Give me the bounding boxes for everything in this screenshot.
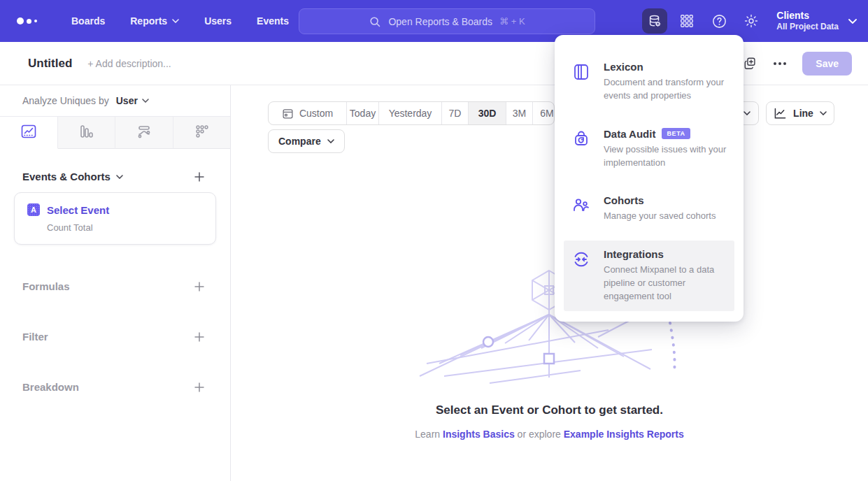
metric-grid-icon	[193, 123, 210, 143]
example-reports-link[interactable]: Example Insights Reports	[564, 429, 684, 440]
analyze-label: Analyze Uniques by	[22, 95, 109, 106]
line-chart-icon	[774, 108, 787, 120]
tab-stacked-chart[interactable]	[115, 117, 173, 149]
duplicate-report-icon[interactable]	[744, 57, 757, 71]
save-button[interactable]: Save	[802, 52, 852, 76]
menu-item-description: Connect Mixpanel to a data pipeline or c…	[604, 264, 727, 303]
global-search-input[interactable]: Open Reports & Boards ⌘ + K	[299, 8, 595, 34]
data-audit-icon	[571, 128, 592, 170]
search-icon	[369, 15, 381, 28]
more-options-icon[interactable]	[773, 62, 787, 66]
mixpanel-logo[interactable]	[17, 17, 45, 24]
search-placeholder: Open Reports & Boards	[388, 16, 492, 27]
chart-type-dropdown[interactable]: Line	[766, 101, 834, 125]
chevron-down-icon	[820, 111, 827, 115]
filter-section-label: Filter	[22, 331, 48, 343]
menu-item-lexicon[interactable]: Lexicon Document and transform your even…	[564, 53, 734, 110]
chevron-down-icon	[142, 99, 149, 103]
nav-reports[interactable]: Reports	[120, 10, 189, 32]
data-management-icon[interactable]	[642, 8, 667, 34]
stacked-chart-icon	[136, 123, 152, 143]
date-range-30d-selected[interactable]: 30D	[469, 102, 506, 124]
cohorts-people-icon	[571, 194, 592, 223]
report-description-placeholder[interactable]: + Add description...	[87, 58, 171, 69]
project-scope: All Project Data	[776, 22, 839, 32]
select-event-label: Select Event	[47, 204, 109, 216]
chevron-down-icon	[116, 175, 123, 179]
menu-item-title: Data Audit	[604, 128, 655, 140]
tab-bar-chart[interactable]	[58, 117, 116, 149]
bar-chart-icon	[78, 123, 94, 143]
data-management-menu: Lexicon Document and transform your even…	[555, 35, 744, 322]
compare-button[interactable]: Compare	[268, 129, 345, 153]
calendar-icon	[282, 108, 294, 120]
menu-item-title: Integrations	[604, 248, 664, 260]
date-range-selector: Custom Today Yesterday 7D 30D 3M 6M	[268, 101, 555, 125]
integrations-sync-icon	[571, 248, 592, 303]
date-range-yesterday[interactable]: Yesterday	[379, 102, 442, 124]
line-chart-icon	[20, 123, 37, 143]
empty-state-title: Select an Event or Cohort to get started…	[231, 403, 868, 417]
chevron-down-icon	[327, 139, 334, 143]
add-filter-button[interactable]	[194, 331, 205, 343]
menu-item-title: Lexicon	[604, 61, 643, 73]
menu-item-data-audit[interactable]: Data Audit BETA View possible issues wit…	[564, 120, 734, 178]
tab-line-chart[interactable]	[0, 117, 58, 149]
settings-gear-icon[interactable]	[739, 8, 764, 34]
formulas-section-label: Formulas	[22, 280, 70, 292]
chevron-down-icon	[172, 19, 179, 23]
visualization-tabs	[0, 116, 230, 149]
add-formula-button[interactable]	[194, 281, 205, 292]
query-builder-sidebar: Analyze Uniques by User	[0, 85, 231, 481]
menu-item-description: Manage your saved cohorts	[604, 210, 727, 223]
menu-item-cohorts[interactable]: Cohorts Manage your saved cohorts	[564, 187, 734, 231]
select-event-card[interactable]: A Select Event Count Total	[14, 192, 216, 245]
project-switcher[interactable]: Clients All Project Data	[776, 10, 855, 33]
project-name: Clients	[776, 10, 839, 22]
report-title[interactable]: Untitled	[28, 57, 72, 71]
event-metric-label[interactable]: Count Total	[47, 222, 203, 233]
menu-item-title: Cohorts	[604, 194, 644, 206]
tab-metric-grid[interactable]	[173, 117, 231, 149]
empty-state-middle: or explore	[518, 429, 561, 440]
add-breakdown-button[interactable]	[194, 382, 205, 393]
search-shortcut: ⌘ + K	[499, 16, 525, 27]
mixpanel-insights-app: Boards Reports Users Events Open Reports…	[0, 0, 868, 481]
apps-grid-icon[interactable]	[674, 8, 699, 34]
date-range-today[interactable]: Today	[347, 102, 379, 124]
primary-nav: Boards Reports Users Events	[62, 10, 299, 32]
insights-basics-link[interactable]: Insights Basics	[443, 429, 515, 440]
empty-state: Select an Event or Cohort to get started…	[231, 403, 868, 440]
chevron-down-icon	[744, 111, 750, 115]
report-canvas: Custom Today Yesterday 7D 30D 3M 6M Comp…	[231, 85, 868, 481]
analyze-value-dropdown[interactable]: User	[116, 95, 149, 106]
events-cohorts-section-label[interactable]: Events & Cohorts	[22, 171, 123, 182]
nav-users[interactable]: Users	[194, 10, 241, 32]
event-series-badge: A	[27, 203, 40, 216]
menu-item-description: View possible issues with your implement…	[604, 143, 727, 170]
empty-state-prefix: Learn	[415, 429, 440, 440]
beta-badge: BETA	[662, 128, 690, 139]
date-range-3m[interactable]: 3M	[506, 102, 533, 124]
lexicon-book-icon	[571, 61, 592, 103]
nav-events[interactable]: Events	[247, 10, 299, 32]
breakdown-section-label: Breakdown	[22, 381, 79, 393]
chevron-down-icon	[848, 19, 855, 23]
date-range-7d[interactable]: 7D	[442, 102, 469, 124]
date-range-6m[interactable]: 6M	[533, 102, 555, 124]
add-event-button[interactable]	[194, 171, 205, 182]
date-range-custom[interactable]: Custom	[269, 102, 347, 124]
menu-item-description: Document and transform your events and p…	[604, 76, 727, 103]
nav-boards[interactable]: Boards	[62, 10, 115, 32]
menu-item-integrations[interactable]: Integrations Connect Mixpanel to a data …	[564, 240, 734, 311]
help-icon[interactable]	[706, 8, 732, 34]
